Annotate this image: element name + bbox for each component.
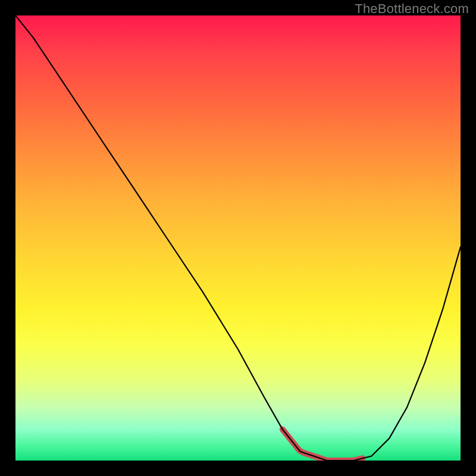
chart-frame: TheBottleneck.com <box>0 0 476 476</box>
bottleneck-curve <box>15 15 461 461</box>
chart-svg <box>15 15 461 461</box>
attribution-text: TheBottleneck.com <box>355 1 469 17</box>
chart-plot-area <box>15 15 461 461</box>
